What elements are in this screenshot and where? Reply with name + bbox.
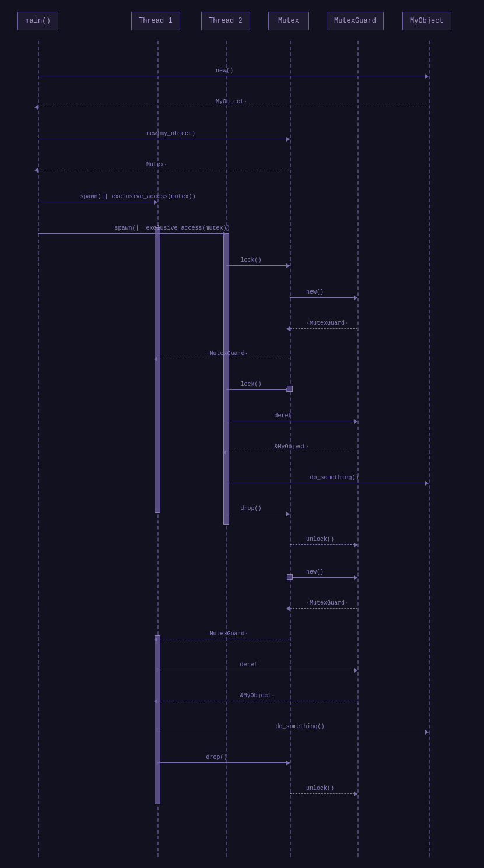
arrowhead-right-14 [286,512,290,516]
arrowhead-right-15 [354,543,357,547]
arrow-label-9: ·MutexGuard· [206,350,248,357]
arrow-line-20 [157,701,357,701]
arrow-label-20: &MyObject· [240,693,275,699]
arrowhead-left-1 [34,105,38,110]
arrowhead-right-21 [425,730,429,735]
arrow-label-14: drop() [241,505,262,512]
arrow-label-12: &MyObject· [275,444,310,450]
arrowhead-left-20 [154,699,157,704]
arrowhead-right-13 [425,481,429,486]
activation-bar-0 [155,227,160,513]
arrow-line-9 [157,359,290,359]
arrow-line-0 [38,76,429,76]
arrow-line-4 [38,202,157,202]
arrow-label-3: Mutex· [146,161,167,168]
actor-main: main() [17,12,58,30]
arrow-line-12 [226,452,357,452]
arrow-line-11 [226,421,357,421]
arrowhead-left-18 [154,637,157,642]
arrowhead-left-9 [154,357,157,361]
arrow-label-7: new() [306,289,324,296]
arrow-label-0: new() [216,68,233,74]
actor-thread1: Thread 1 [131,12,180,30]
arrow-label-19: deref [240,662,258,668]
arrowhead-right-22 [286,761,290,765]
block-box-mutex [287,386,293,392]
lifeline-mutexguard [357,41,359,857]
arrow-line-10 [226,389,290,390]
arrow-line-7 [290,297,357,298]
arrowhead-right-5 [223,231,226,236]
block-box-mutex-2 [287,574,293,580]
arrowhead-left-12 [223,450,226,455]
arrow-label-8: ·MutexGuard· [306,320,348,326]
actor-mutexguard: MutexGuard [327,12,384,30]
arrow-label-16: new() [306,569,324,575]
arrow-line-5 [38,233,226,234]
arrowhead-right-7 [354,296,357,300]
arrow-line-3 [38,170,290,170]
arrow-label-4: spawn(|| exclusive_access(mutex)) [80,194,196,200]
sequence-diagram: main()Thread 1Thread 2MutexMutexGuardMyO… [0,0,484,868]
arrow-label-5: spawn(|| exclusive_access(mutex)) [115,225,230,231]
arrow-label-23: unlock() [306,785,334,792]
lifeline-main [38,41,39,857]
arrowhead-right-2 [286,137,290,142]
arrow-label-6: lock() [241,257,262,263]
arrowhead-left-17 [286,606,290,611]
activation-bar-2 [155,635,160,804]
arrowhead-left-8 [286,326,290,331]
arrowhead-right-0 [425,74,429,79]
arrow-line-15 [290,544,357,545]
arrow-line-16 [290,577,357,578]
arrow-label-18: ·MutexGuard· [206,631,248,637]
arrow-line-22 [157,762,290,763]
actor-mutex: Mutex [268,12,309,30]
arrow-label-11: deref [275,413,292,419]
arrow-line-21 [157,732,429,732]
actor-thread2: Thread 2 [201,12,250,30]
arrow-label-15: unlock() [306,536,334,543]
actor-myobject: MyObject [402,12,451,30]
arrowhead-left-3 [34,168,38,173]
arrow-line-23 [290,793,357,794]
arrow-line-14 [226,514,290,514]
arrow-line-8 [290,328,357,329]
arrow-line-13 [226,483,429,483]
arrow-line-1 [38,107,429,107]
arrowhead-right-16 [354,575,357,580]
arrow-line-19 [157,670,357,670]
arrow-line-17 [290,608,357,609]
arrow-line-2 [38,139,290,139]
arrow-label-10: lock() [241,381,262,388]
arrowhead-right-6 [286,263,290,268]
arrow-line-6 [226,265,290,266]
arrow-label-2: new(my_object) [146,131,195,137]
lifeline-myobject [429,41,430,857]
arrow-label-21: do_something() [276,723,325,730]
arrowhead-right-23 [354,792,357,796]
arrowhead-right-4 [154,200,157,205]
arrowhead-right-11 [354,419,357,424]
arrow-label-22: drop() [206,754,227,761]
activation-bar-1 [223,233,229,525]
arrow-label-1: MyObject· [216,99,247,105]
arrow-line-18 [157,639,290,639]
arrow-label-17: ·MutexGuard· [306,600,348,606]
arrow-label-13: do_something() [310,475,359,481]
arrowhead-right-19 [354,668,357,673]
